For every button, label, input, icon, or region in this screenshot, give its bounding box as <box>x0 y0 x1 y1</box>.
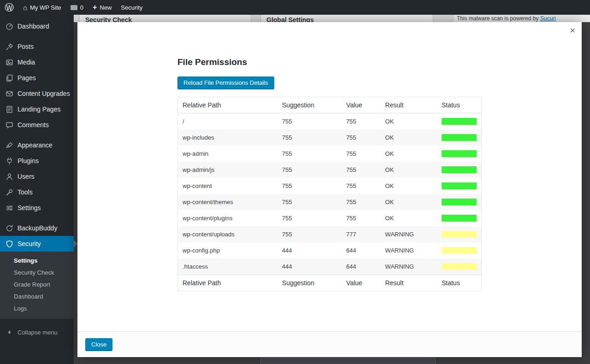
table-row: wp-admin/js755755OK <box>178 162 482 178</box>
suggestion-cell: 755 <box>277 194 342 210</box>
sidebar-item-users[interactable]: Users <box>0 169 74 184</box>
security-icon <box>5 240 14 248</box>
submenu-item-logs[interactable]: Logs <box>0 303 74 315</box>
sidebar-item-label: Posts <box>18 43 34 50</box>
new-label: New <box>100 4 112 11</box>
status-chip-warning <box>442 263 477 270</box>
status-chip-ok <box>442 134 477 141</box>
result-cell: OK <box>381 113 437 130</box>
suggestion-cell: 444 <box>277 242 342 258</box>
wordpress-logo-icon: Ⓦ <box>5 3 14 12</box>
sidebar-item-backupbuddy[interactable]: BackupBuddy <box>0 220 74 236</box>
status-cell <box>437 242 482 258</box>
sidebar-item-label: Comments <box>18 121 49 129</box>
settings-icon <box>5 204 14 212</box>
status-chip-ok <box>442 166 477 173</box>
table-row: wp-includes755755OK <box>178 129 482 146</box>
pages-icon <box>5 74 14 82</box>
suggestion-cell: 755 <box>277 146 342 162</box>
table-foot: Relative PathSuggestionValueResultStatus <box>178 275 482 291</box>
new-menu[interactable]: + New <box>88 0 116 15</box>
submenu-item-settings[interactable]: Settings <box>0 255 74 267</box>
site-menu[interactable]: ⌂ My WP Site <box>18 0 66 15</box>
admin-sidebar: DashboardPostsMediaPagesContent Upgrades… <box>0 15 74 364</box>
result-cell: WARNING <box>381 242 437 258</box>
sidebar-item-media[interactable]: Media <box>0 54 74 70</box>
status-cell <box>437 194 482 210</box>
status-cell <box>437 162 482 178</box>
column-header-value: Value <box>342 97 381 113</box>
header-row: Relative PathSuggestionValueResultStatus <box>178 97 482 113</box>
suggestion-cell: 755 <box>277 162 342 178</box>
collapse-arrow-icon <box>5 329 14 335</box>
sidebar-item-label: Landing Pages <box>18 106 60 113</box>
suggestion-cell: 755 <box>277 178 342 194</box>
collapse-menu-label: Collapse menu <box>18 329 58 336</box>
sidebar-item-landing-pages[interactable]: Landing Pages <box>0 101 74 117</box>
table-row: /755755OK <box>178 113 482 130</box>
column-header-status: Status <box>437 97 482 113</box>
column-header-value: Value <box>342 275 381 291</box>
value-cell: 644 <box>342 242 381 258</box>
submenu-item-grade-report[interactable]: Grade Report <box>0 279 74 291</box>
sidebar-item-content-upgrades[interactable]: Content Upgrades <box>0 86 74 101</box>
relative-path-cell: .htaccess <box>178 258 277 275</box>
sucuri-link: Sucuri <box>540 15 556 22</box>
table-row: wp-config.php444644WARNING <box>178 242 482 258</box>
panel-security-check: Security Check <box>79 15 251 22</box>
status-cell <box>437 210 482 226</box>
sidebar-item-tools[interactable]: Tools <box>0 184 74 200</box>
collapse-menu-button[interactable]: Collapse menu <box>0 324 74 340</box>
submenu-item-security-check[interactable]: Security Check <box>0 267 74 279</box>
result-cell: WARNING <box>381 226 437 242</box>
sidebar-item-label: Content Upgrades <box>18 90 70 97</box>
footer-header-row: Relative PathSuggestionValueResultStatus <box>178 275 482 291</box>
table-body: /755755OKwp-includes755755OKwp-admin7557… <box>178 113 482 275</box>
sidebar-item-appearance[interactable]: Appearance <box>0 137 74 153</box>
content-strip: Security Check Global Settings This malw… <box>74 15 590 22</box>
relative-path-cell: wp-admin/js <box>178 162 277 178</box>
sidebar-item-settings[interactable]: Settings <box>0 200 74 216</box>
plus-icon: + <box>93 4 97 11</box>
adminbar-security-menu[interactable]: Security <box>116 0 147 15</box>
sidebar-item-posts[interactable]: Posts <box>0 39 74 54</box>
table-row: wp-content755755OK <box>178 178 482 194</box>
column-header-suggestion: Suggestion <box>277 97 342 113</box>
sidebar-item-pages[interactable]: Pages <box>0 70 74 86</box>
relative-path-cell: wp-config.php <box>178 242 277 258</box>
result-cell: OK <box>381 162 437 178</box>
sidebar-item-dashboard[interactable]: Dashboard <box>0 18 74 34</box>
plugins-icon <box>5 157 14 165</box>
suggestion-cell: 755 <box>277 226 342 242</box>
result-cell: OK <box>381 210 437 226</box>
comments-menu[interactable]: 0 <box>66 0 88 15</box>
table-row: wp-admin755755OK <box>178 146 482 162</box>
sidebar-item-label: Pages <box>18 74 36 82</box>
value-cell: 755 <box>342 178 381 194</box>
site-name: My WP Site <box>30 4 61 11</box>
file-permissions-table: Relative PathSuggestionValueResultStatus… <box>177 97 482 291</box>
close-icon[interactable]: × <box>570 26 575 35</box>
sidebar-item-plugins[interactable]: Plugins <box>0 153 74 169</box>
sidebar-item-comments[interactable]: Comments <box>0 117 74 133</box>
status-chip-ok <box>442 199 477 205</box>
close-button[interactable]: Close <box>85 338 112 351</box>
wp-logo-menu[interactable]: Ⓦ <box>0 0 18 15</box>
home-icon: ⌂ <box>23 4 27 11</box>
panel-global-settings-title: Global Settings <box>261 15 433 22</box>
table-head: Relative PathSuggestionValueResultStatus <box>178 97 482 113</box>
admin-bar: Ⓦ ⌂ My WP Site 0 + New Security <box>0 0 590 15</box>
sidebar-item-security[interactable]: Security <box>0 236 74 252</box>
comment-count: 0 <box>80 4 83 11</box>
relative-path-cell: wp-admin <box>178 146 277 162</box>
sidebar-item-label: Settings <box>18 204 41 211</box>
result-cell: OK <box>381 178 437 194</box>
status-chip-ok <box>442 182 477 189</box>
value-cell: 755 <box>342 210 381 226</box>
suggestion-cell: 755 <box>277 129 342 146</box>
value-cell: 755 <box>342 129 381 146</box>
comments-icon <box>5 121 14 129</box>
value-cell: 755 <box>342 113 381 130</box>
reload-file-permissions-button[interactable]: Reload File Permissions Details <box>177 76 274 89</box>
submenu-item-dashboard[interactable]: Dashboard <box>0 291 74 303</box>
